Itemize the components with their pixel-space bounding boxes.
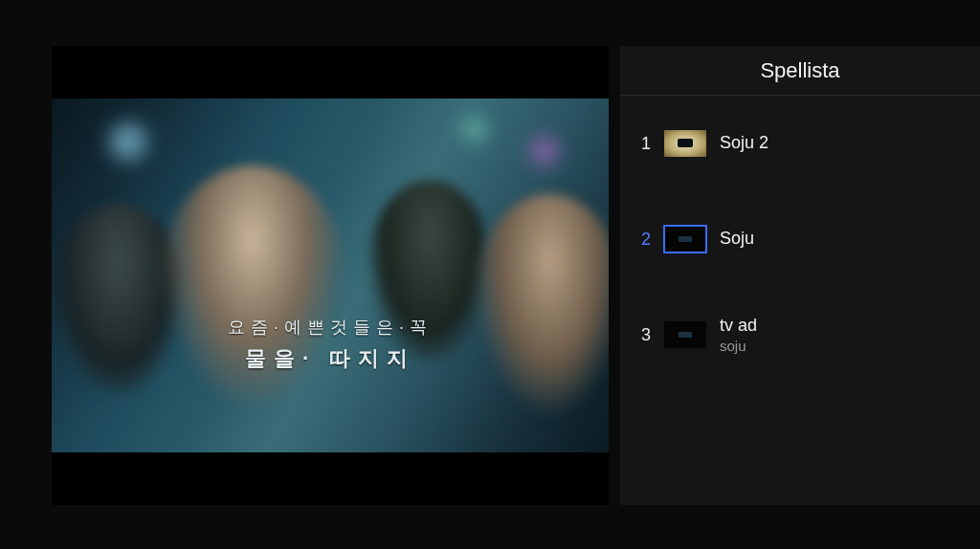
playlist-item-text: Soju [720,229,754,250]
playlist-item-subtitle: soju [720,338,757,354]
video-frame: 요즘·예쁜것들은·꼭 물을· 따지지 [52,99,609,452]
playlist-item-thumbnail [664,226,706,253]
video-player[interactable]: 요즘·예쁜것들은·꼭 물을· 따지지 [52,46,609,505]
app-root: 요즘·예쁜것들은·꼭 물을· 따지지 Spellista 1 Soju 2 2 … [0,0,980,549]
playlist-item-text: Soju 2 [720,133,768,154]
playlist-header: Spellista [620,46,980,96]
playlist-item-text: tv ad soju [720,316,757,355]
subtitle-line-1: 요즘·예쁜것들은·꼭 [52,314,609,341]
video-figure [157,165,348,414]
video-subtitle: 요즘·예쁜것들은·꼭 물을· 따지지 [52,314,609,375]
video-light [463,118,487,142]
video-column: 요즘·예쁜것들은·꼭 물을· 따지지 [0,0,620,549]
playlist-item-index: 2 [637,230,651,250]
video-light [109,122,147,161]
video-light [530,137,559,165]
playlist-panel: Spellista 1 Soju 2 2 Soju 3 tv ad [620,46,980,505]
subtitle-line-2: 물을· 따지지 [52,341,609,375]
playlist-item-index: 3 [637,325,651,345]
playlist-item-thumbnail [664,130,706,157]
video-figure [473,194,609,414]
playlist-item-index: 1 [637,134,651,154]
playlist-item[interactable]: 3 tv ad soju [620,287,980,383]
playlist-item-title: Soju 2 [720,133,768,154]
playlist-item[interactable]: 2 Soju [620,191,980,287]
playlist-item[interactable]: 1 Soju 2 [620,96,980,191]
playlist-item-title: Soju [720,229,754,250]
playlist-item-thumbnail [664,321,706,348]
playlist-column: Spellista 1 Soju 2 2 Soju 3 tv ad [620,0,980,549]
playlist-item-title: tv ad [720,316,757,337]
